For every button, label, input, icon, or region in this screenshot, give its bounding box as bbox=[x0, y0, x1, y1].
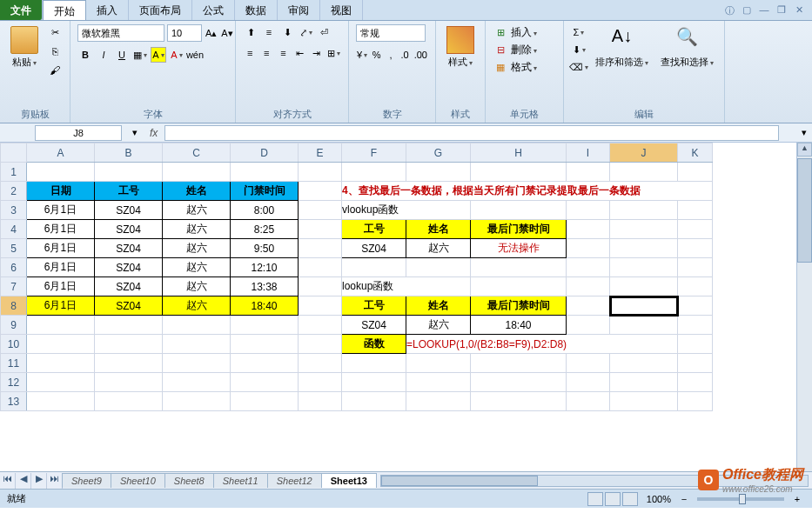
fill-color-button[interactable]: A bbox=[151, 47, 166, 63]
format-cells-button[interactable]: 格式 bbox=[511, 60, 537, 75]
cell-D3[interactable]: 8:00 bbox=[231, 201, 299, 220]
cell-B9[interactable] bbox=[95, 316, 163, 335]
minimize-ribbon-icon[interactable]: ▢ bbox=[741, 4, 753, 17]
cell-I11[interactable] bbox=[567, 354, 610, 373]
cell-I5[interactable] bbox=[567, 239, 610, 258]
cell-B8[interactable]: SZ04 bbox=[95, 296, 163, 316]
font-color-button[interactable]: A bbox=[169, 47, 185, 63]
tab-home[interactable]: 开始 bbox=[43, 0, 86, 20]
sort-filter-button[interactable]: A↓ 排序和筛选 bbox=[592, 24, 652, 106]
cell-J6[interactable] bbox=[610, 258, 678, 277]
cell-B7[interactable]: SZ04 bbox=[95, 277, 163, 296]
cell-H7[interactable] bbox=[471, 277, 567, 296]
cell-J1[interactable] bbox=[610, 163, 678, 182]
view-layout-button[interactable] bbox=[605, 492, 621, 506]
cell-D13[interactable] bbox=[231, 392, 299, 411]
cell-K4[interactable] bbox=[678, 220, 713, 239]
select-all-corner[interactable] bbox=[1, 143, 27, 163]
cell-D7[interactable]: 13:38 bbox=[231, 277, 299, 296]
bold-button[interactable]: B bbox=[77, 47, 93, 63]
cell-H13[interactable] bbox=[471, 392, 567, 411]
cell-I9[interactable] bbox=[567, 316, 610, 335]
tab-formulas[interactable]: 公式 bbox=[192, 0, 235, 20]
fill-button[interactable]: ⬇ bbox=[571, 42, 587, 57]
sheet-nav-first[interactable]: ⏮ bbox=[0, 473, 16, 489]
cell-C6[interactable]: 赵六 bbox=[163, 258, 231, 277]
cell-G13[interactable] bbox=[406, 392, 471, 411]
cell-I4[interactable] bbox=[567, 220, 610, 239]
sheet-nav-prev[interactable]: ◀ bbox=[16, 473, 31, 489]
row-header-9[interactable]: 9 bbox=[1, 316, 27, 335]
formula-input[interactable] bbox=[164, 125, 779, 141]
cell-H9[interactable]: 18:40 bbox=[471, 316, 567, 335]
row-header-1[interactable]: 1 bbox=[1, 163, 27, 182]
cell-J8[interactable] bbox=[610, 296, 678, 316]
tab-pagelayout[interactable]: 页面布局 bbox=[129, 0, 192, 20]
sheet-nav-next[interactable]: ▶ bbox=[31, 473, 47, 489]
cell-C10[interactable] bbox=[163, 335, 231, 354]
cell-C3[interactable]: 赵六 bbox=[163, 201, 231, 220]
col-header-K[interactable]: K bbox=[678, 143, 713, 163]
row-header-10[interactable]: 10 bbox=[1, 335, 27, 354]
row-header-12[interactable]: 12 bbox=[1, 373, 27, 392]
cell-E4[interactable] bbox=[299, 220, 342, 239]
cell-D9[interactable] bbox=[231, 316, 299, 335]
col-header-I[interactable]: I bbox=[567, 143, 610, 163]
sheet-tab-Sheet13[interactable]: Sheet13 bbox=[321, 473, 377, 488]
row-header-13[interactable]: 13 bbox=[1, 392, 27, 411]
help-icon[interactable]: ⓘ bbox=[723, 4, 735, 17]
cell-H5[interactable]: 无法操作 bbox=[471, 239, 567, 258]
cell-F7[interactable]: lookup函数 bbox=[342, 277, 471, 296]
cell-E1[interactable] bbox=[299, 163, 342, 182]
cell-H3[interactable] bbox=[471, 201, 567, 220]
align-bottom-button[interactable]: ⬇ bbox=[279, 24, 295, 40]
cell-B12[interactable] bbox=[95, 373, 163, 392]
cut-button[interactable] bbox=[47, 24, 63, 40]
cell-K12[interactable] bbox=[678, 373, 713, 392]
cell-C9[interactable] bbox=[163, 316, 231, 335]
align-middle-button[interactable]: ≡ bbox=[261, 24, 277, 40]
cell-D4[interactable]: 8:25 bbox=[231, 220, 299, 239]
scroll-thumb[interactable] bbox=[797, 158, 812, 263]
cell-F2[interactable]: 4、查找最后一条数据，根据当天所有门禁记录提取最后一条数据 bbox=[342, 182, 713, 201]
cell-G9[interactable]: 赵六 bbox=[406, 316, 471, 335]
cell-C12[interactable] bbox=[163, 373, 231, 392]
cell-G1[interactable] bbox=[406, 163, 471, 182]
cell-A5[interactable]: 6月1日 bbox=[27, 239, 95, 258]
cell-A7[interactable]: 6月1日 bbox=[27, 277, 95, 296]
cell-K3[interactable] bbox=[678, 201, 713, 220]
row-header-4[interactable]: 4 bbox=[1, 220, 27, 239]
cell-H6[interactable] bbox=[471, 258, 567, 277]
cell-D11[interactable] bbox=[231, 354, 299, 373]
sheet-tab-Sheet12[interactable]: Sheet12 bbox=[267, 473, 322, 488]
dec-decimal-button[interactable]: .00 bbox=[413, 47, 428, 63]
indent-inc-button[interactable]: ⇥ bbox=[310, 45, 324, 61]
font-size-select[interactable] bbox=[167, 24, 202, 42]
align-left-button[interactable]: ≡ bbox=[243, 45, 257, 61]
cell-B11[interactable] bbox=[95, 354, 163, 373]
border-button[interactable]: ▦ bbox=[132, 47, 148, 63]
cell-E5[interactable] bbox=[299, 239, 342, 258]
zoom-thumb[interactable] bbox=[739, 494, 746, 504]
styles-button[interactable]: 样式 bbox=[443, 24, 478, 70]
cell-J3[interactable] bbox=[610, 201, 678, 220]
cell-K8[interactable] bbox=[678, 296, 713, 316]
cell-J11[interactable] bbox=[610, 354, 678, 373]
col-header-A[interactable]: A bbox=[27, 143, 95, 163]
indent-dec-button[interactable]: ⇤ bbox=[293, 45, 307, 61]
cell-F13[interactable] bbox=[342, 392, 406, 411]
cell-B1[interactable] bbox=[95, 163, 163, 182]
tab-review[interactable]: 审阅 bbox=[278, 0, 320, 20]
autosum-button[interactable]: Σ bbox=[571, 24, 587, 40]
cell-B4[interactable]: SZ04 bbox=[95, 220, 163, 239]
cell-K9[interactable] bbox=[678, 316, 713, 335]
cell-F6[interactable] bbox=[342, 258, 406, 277]
cell-A3[interactable]: 6月1日 bbox=[27, 201, 95, 220]
cell-B13[interactable] bbox=[95, 392, 163, 411]
cell-F3[interactable]: vlookup函数 bbox=[342, 201, 471, 220]
italic-button[interactable]: I bbox=[96, 47, 111, 63]
cell-C5[interactable]: 赵六 bbox=[163, 239, 231, 258]
format-painter-button[interactable] bbox=[47, 63, 63, 78]
cell-C11[interactable] bbox=[163, 354, 231, 373]
cell-E7[interactable] bbox=[299, 277, 342, 296]
